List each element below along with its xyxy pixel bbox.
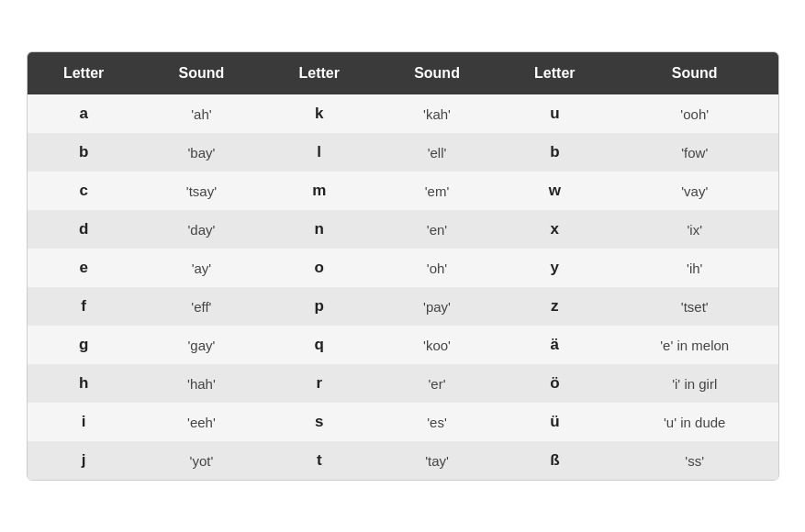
cell-sound-6-1: 'gay' xyxy=(140,326,263,364)
table-row: i'eeh's'es'ü'u' in dude xyxy=(28,403,778,441)
cell-sound-0-1: 'ah' xyxy=(140,94,263,133)
cell-sound-1-5: 'fow' xyxy=(611,133,778,172)
cell-sound-8-3: 'es' xyxy=(375,403,498,441)
cell-sound-7-1: 'hah' xyxy=(140,364,263,403)
cell-sound-5-5: 'tset' xyxy=(611,287,778,326)
header-sound3: Sound xyxy=(611,52,778,94)
cell-letter-6-0: g xyxy=(28,326,140,364)
cell-sound-2-3: 'em' xyxy=(375,172,498,210)
cell-letter-8-4: ü xyxy=(498,403,611,441)
cell-letter-9-4: ß xyxy=(498,441,611,480)
table-row: a'ah'k'kah'u'ooh' xyxy=(28,94,778,133)
cell-letter-3-2: n xyxy=(263,210,375,249)
header-letter3: Letter xyxy=(498,52,611,94)
cell-letter-9-2: t xyxy=(263,441,375,480)
cell-sound-3-1: 'day' xyxy=(140,210,263,249)
cell-sound-5-1: 'eff' xyxy=(140,287,263,326)
table-row: b'bay'l'ell'b'fow' xyxy=(28,133,778,172)
cell-letter-0-2: k xyxy=(263,94,375,133)
header-sound1: Sound xyxy=(140,52,263,94)
letter-sound-table: Letter Sound Letter Sound Letter Sound a… xyxy=(28,52,778,480)
cell-letter-4-0: e xyxy=(28,249,140,287)
cell-letter-4-4: y xyxy=(498,249,611,287)
cell-sound-7-3: 'er' xyxy=(375,364,498,403)
table-row: h'hah'r'er'ö'i' in girl xyxy=(28,364,778,403)
cell-letter-8-0: i xyxy=(28,403,140,441)
header-letter2: Letter xyxy=(263,52,375,94)
cell-letter-8-2: s xyxy=(263,403,375,441)
table-row: g'gay'q'koo'ä'e' in melon xyxy=(28,326,778,364)
cell-letter-3-4: x xyxy=(498,210,611,249)
main-table-container: Letter Sound Letter Sound Letter Sound a… xyxy=(27,51,779,481)
cell-letter-1-4: b xyxy=(498,133,611,172)
cell-sound-9-3: 'tay' xyxy=(375,441,498,480)
cell-letter-5-0: f xyxy=(28,287,140,326)
cell-sound-3-5: 'ix' xyxy=(611,210,778,249)
cell-letter-1-0: b xyxy=(28,133,140,172)
cell-sound-3-3: 'en' xyxy=(375,210,498,249)
table-row: j'yot't'tay'ß'ss' xyxy=(28,441,778,480)
cell-sound-9-1: 'yot' xyxy=(140,441,263,480)
cell-sound-8-5: 'u' in dude xyxy=(611,403,778,441)
cell-letter-5-4: z xyxy=(498,287,611,326)
cell-letter-1-2: l xyxy=(263,133,375,172)
cell-sound-2-1: 'tsay' xyxy=(140,172,263,210)
cell-sound-0-5: 'ooh' xyxy=(611,94,778,133)
cell-sound-7-5: 'i' in girl xyxy=(611,364,778,403)
header-letter1: Letter xyxy=(28,52,140,94)
table-row: e'ay'o'oh'y'ih' xyxy=(28,249,778,287)
cell-letter-2-4: w xyxy=(498,172,611,210)
cell-sound-9-5: 'ss' xyxy=(611,441,778,480)
cell-sound-6-3: 'koo' xyxy=(375,326,498,364)
cell-letter-6-2: q xyxy=(263,326,375,364)
cell-sound-4-3: 'oh' xyxy=(375,249,498,287)
table-row: c'tsay'm'em'w'vay' xyxy=(28,172,778,210)
cell-letter-7-4: ö xyxy=(498,364,611,403)
cell-sound-8-1: 'eeh' xyxy=(140,403,263,441)
cell-letter-7-0: h xyxy=(28,364,140,403)
table-row: d'day'n'en'x'ix' xyxy=(28,210,778,249)
cell-letter-2-0: c xyxy=(28,172,140,210)
cell-letter-4-2: o xyxy=(263,249,375,287)
cell-sound-6-5: 'e' in melon xyxy=(611,326,778,364)
table-row: f'eff'p'pay'z'tset' xyxy=(28,287,778,326)
cell-letter-0-0: a xyxy=(28,94,140,133)
cell-sound-0-3: 'kah' xyxy=(375,94,498,133)
header-sound2: Sound xyxy=(375,52,498,94)
cell-sound-4-5: 'ih' xyxy=(611,249,778,287)
cell-letter-2-2: m xyxy=(263,172,375,210)
header-row: Letter Sound Letter Sound Letter Sound xyxy=(28,52,778,94)
cell-letter-7-2: r xyxy=(263,364,375,403)
cell-sound-5-3: 'pay' xyxy=(375,287,498,326)
cell-letter-0-4: u xyxy=(498,94,611,133)
cell-letter-6-4: ä xyxy=(498,326,611,364)
cell-sound-1-3: 'ell' xyxy=(375,133,498,172)
cell-letter-3-0: d xyxy=(28,210,140,249)
cell-letter-9-0: j xyxy=(28,441,140,480)
cell-sound-2-5: 'vay' xyxy=(611,172,778,210)
cell-letter-5-2: p xyxy=(263,287,375,326)
cell-sound-1-1: 'bay' xyxy=(140,133,263,172)
cell-sound-4-1: 'ay' xyxy=(140,249,263,287)
